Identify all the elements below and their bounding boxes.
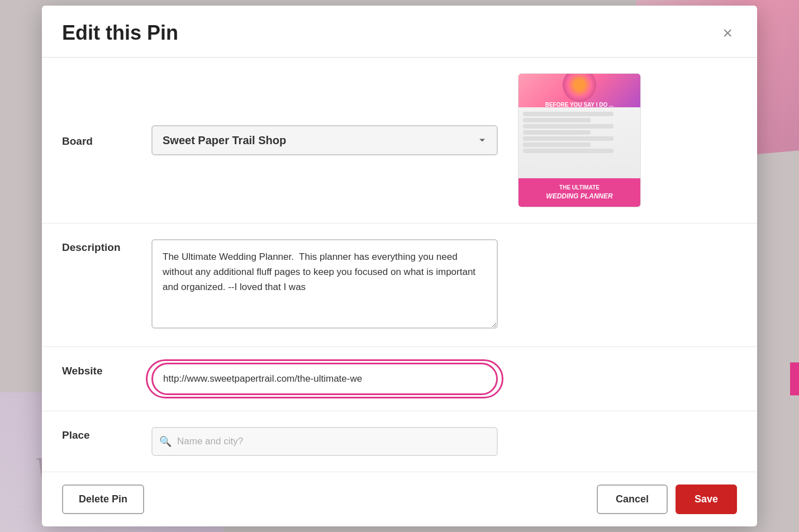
- save-button[interactable]: Save: [676, 484, 737, 514]
- pin-img-line-3: [523, 124, 613, 129]
- website-input[interactable]: [151, 363, 498, 395]
- website-input-wrapper: [151, 363, 498, 395]
- place-content: 🔍: [151, 427, 498, 456]
- cancel-button[interactable]: Cancel: [597, 484, 668, 514]
- board-label: Board: [62, 133, 151, 148]
- pin-image-body: [519, 107, 640, 178]
- pin-img-line-6: [523, 142, 591, 147]
- description-section: Description: [42, 224, 757, 347]
- modal-body: Board Sweet Paper Trail ShopWedding Idea…: [42, 58, 757, 472]
- place-input-wrapper: 🔍: [151, 427, 498, 456]
- pin-image-top-band: BEFORE YOU SAY I DO ...: [519, 74, 640, 107]
- footer-right: Cancel Save: [597, 484, 737, 514]
- place-section: Place 🔍: [42, 411, 757, 472]
- website-content: [151, 363, 498, 395]
- pin-img-line-1: [523, 112, 613, 116]
- board-select[interactable]: Sweet Paper Trail ShopWedding IdeasPlann…: [151, 125, 498, 155]
- pin-image-simulation: BEFORE YOU SAY I DO ...: [519, 74, 640, 207]
- place-input[interactable]: [151, 427, 498, 456]
- edit-pin-modal: Edit this Pin × Board Sweet Paper Trail …: [42, 6, 757, 526]
- pin-img-line-4: [523, 130, 591, 135]
- place-label: Place: [62, 427, 151, 441]
- pin-img-line-2: [523, 118, 591, 122]
- pin-image-bottom-text: THE ULTIMATE Wedding Planner: [523, 184, 636, 201]
- edit-url-badge: EDIT URL HERE: [790, 363, 799, 396]
- description-content: [151, 239, 498, 331]
- pin-img-line-7: [523, 149, 613, 153]
- pin-image-bottom-band: THE ULTIMATE Wedding Planner: [519, 178, 640, 207]
- board-content: Sweet Paper Trail ShopWedding IdeasPlann…: [151, 125, 498, 155]
- close-button[interactable]: ×: [718, 22, 737, 44]
- description-textarea[interactable]: [151, 239, 498, 329]
- description-label: Description: [62, 239, 151, 254]
- modal-overlay: Edit this Pin × Board Sweet Paper Trail …: [0, 0, 799, 532]
- modal-title: Edit this Pin: [62, 21, 178, 45]
- modal-header: Edit this Pin ×: [42, 6, 757, 58]
- pin-thumbnail: BEFORE YOU SAY I DO ...: [518, 73, 641, 207]
- website-section: Website EDIT URL HERE: [42, 347, 757, 411]
- delete-pin-button[interactable]: Delete Pin: [62, 484, 144, 514]
- website-label: Website: [62, 363, 151, 377]
- search-icon: 🔍: [159, 435, 172, 448]
- modal-footer: Delete Pin Cancel Save: [42, 472, 757, 526]
- board-section: Board Sweet Paper Trail ShopWedding Idea…: [42, 58, 757, 224]
- pin-img-line-5: [523, 136, 613, 141]
- pin-image-flowers: [563, 73, 596, 102]
